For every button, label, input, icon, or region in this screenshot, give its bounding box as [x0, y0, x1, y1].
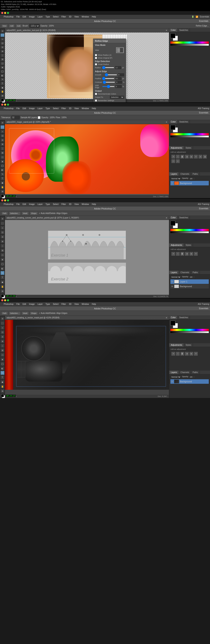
tool3-fill[interactable]: ◈: [0, 257, 4, 262]
tolerance-input[interactable]: [11, 116, 20, 120]
menu-photoshop[interactable]: Photoshop: [2, 15, 15, 19]
tab-layers-3[interactable]: Layers: [169, 271, 179, 274]
tool4-heal[interactable]: ⊕: [0, 339, 4, 343]
tool3-zoom[interactable]: ⊕: [0, 289, 4, 293]
layer-row-bg-4[interactable]: 👁 Background: [170, 379, 209, 384]
minimize-button-3[interactable]: [4, 200, 6, 202]
tab-channels-2[interactable]: Channels: [179, 172, 191, 176]
tool-clone[interactable]: ⊞: [0, 58, 4, 61]
tab-swatches-3[interactable]: Swatches: [178, 216, 190, 219]
layer-row-bg-2[interactable]: 👁 Background: [170, 181, 209, 186]
tool3-move[interactable]: ✛: [0, 217, 4, 221]
tool-lasso[interactable]: ⌾: [0, 38, 4, 41]
menu3-select[interactable]: Select: [52, 202, 60, 206]
tool3-dodge[interactable]: ◐: [0, 266, 4, 270]
curves-adj[interactable]: ⌇: [176, 154, 180, 159]
tool2-pen[interactable]: ✎: [0, 172, 4, 176]
tool3-blur[interactable]: ◯: [0, 262, 4, 266]
menu-edit[interactable]: Edit: [21, 15, 27, 19]
hue-adj-3[interactable]: ◑: [185, 252, 189, 256]
tool4-zoom[interactable]: ⊕: [0, 389, 4, 393]
minimize-button[interactable]: [4, 12, 6, 14]
tool4-blur[interactable]: ◯: [0, 362, 4, 366]
levels-adj-3[interactable]: ▊: [180, 252, 184, 256]
new-selection-btn[interactable]: New: [1, 24, 8, 28]
tab-swatches-1[interactable]: Swatches: [178, 28, 190, 32]
menu4-photoshop[interactable]: Photoshop: [2, 302, 15, 306]
tool2-lasso[interactable]: ⌾: [0, 130, 4, 134]
tool2-dodge[interactable]: ◐: [0, 168, 4, 172]
color-bar-3[interactable]: [170, 229, 209, 231]
menu3-photoshop[interactable]: Photoshop: [2, 202, 15, 206]
tool4-dodge[interactable]: ◐: [0, 366, 4, 370]
menu3-3d[interactable]: 3D: [68, 202, 73, 206]
tool-eraser[interactable]: ◻: [0, 62, 4, 65]
decontaminate-checkbox[interactable]: [95, 93, 97, 95]
color-bar-4[interactable]: [170, 329, 209, 331]
tool-eyedropper[interactable]: ⊘: [0, 46, 4, 49]
tool4-clone[interactable]: ⊞: [0, 348, 4, 352]
close-doc-btn-3[interactable]: ✕: [166, 217, 167, 219]
radius-slider[interactable]: [102, 67, 114, 68]
tool2-crop[interactable]: ⊡: [0, 134, 4, 138]
tool2-magic-wand[interactable]: ⬚: [0, 125, 4, 129]
menu3-edit[interactable]: Edit: [21, 202, 27, 206]
fg-swatch-2[interactable]: [170, 125, 175, 130]
tab-color-3[interactable]: Color: [169, 216, 178, 219]
menu2-layer[interactable]: Layer: [36, 106, 44, 110]
menu4-window[interactable]: Window: [80, 302, 90, 306]
fg-swatch-3[interactable]: [170, 221, 175, 226]
tool-quick-select[interactable]: ⬚: [0, 33, 4, 37]
close-button-3[interactable]: [1, 200, 3, 202]
tool4-move[interactable]: ✛: [0, 316, 4, 321]
blend-mode-4[interactable]: Normal: [170, 376, 181, 378]
menu3-file[interactable]: File: [15, 202, 21, 206]
photofilter-adj[interactable]: ⬡: [171, 159, 175, 163]
menu-window[interactable]: Window: [80, 15, 90, 19]
tab-layers-2[interactable]: Layers: [169, 172, 179, 176]
tool2-heal[interactable]: ⊕: [0, 142, 4, 146]
layer-opacity-4[interactable]: [190, 376, 196, 378]
path-mode-btn[interactable]: Path: [1, 212, 8, 215]
vibrance-adj[interactable]: ✦: [194, 154, 198, 159]
menu4-image[interactable]: Image: [28, 302, 36, 306]
blend-mode-select[interactable]: Normal: [170, 177, 181, 180]
tool4-shape[interactable]: ◆: [0, 380, 4, 384]
blend-mode-3[interactable]: Normal: [170, 276, 181, 278]
make-mask-btn-4[interactable]: Mask: [21, 312, 29, 315]
menu2-filter[interactable]: Filter: [60, 106, 67, 110]
tool2-move[interactable]: ✛: [0, 121, 4, 125]
tab-swatches-4[interactable]: Swatches: [178, 316, 190, 319]
menu2-help[interactable]: Help: [91, 106, 98, 110]
close-button-2[interactable]: [1, 104, 3, 106]
close-doc-btn[interactable]: ✕: [166, 30, 167, 32]
layer-opacity-input[interactable]: [190, 177, 196, 180]
saturation-adj-3[interactable]: ◐: [189, 252, 193, 256]
layer-visibility-2[interactable]: 👁: [171, 182, 173, 184]
menu4-file[interactable]: File: [15, 302, 21, 306]
tab-styles-4[interactable]: Styles: [184, 343, 193, 347]
make-shape-btn-4[interactable]: Shape: [30, 312, 38, 315]
shift-edge-value[interactable]: [115, 85, 122, 88]
tool3-pen[interactable]: ✎: [0, 271, 4, 275]
close-button-4[interactable]: [1, 299, 3, 301]
hue-adj-4[interactable]: ◑: [185, 352, 189, 356]
menu-help[interactable]: Help: [91, 15, 98, 19]
tab-adjustments-4[interactable]: Adjustments: [169, 343, 184, 347]
make-shape-btn[interactable]: Shape: [30, 212, 38, 215]
tab-channels-3[interactable]: Channels: [179, 271, 191, 274]
feather-slider[interactable]: [102, 78, 114, 79]
tab-styles-2[interactable]: Styles: [184, 146, 193, 150]
brightness-bar-2[interactable]: [170, 136, 209, 137]
saturation-adj-4[interactable]: ◐: [189, 352, 193, 356]
contrast-value[interactable]: [116, 81, 122, 84]
brush-size-select[interactable]: 110 px: [29, 24, 40, 28]
tool4-brush[interactable]: ⌶: [0, 344, 4, 348]
layer-vis-bg-3[interactable]: 👁: [171, 285, 173, 288]
curves-adj-4[interactable]: ⌇: [176, 352, 180, 356]
brightness-adj[interactable]: ☀: [171, 154, 175, 159]
flowers-canvas[interactable]: [5, 124, 169, 194]
tool2-eyedropper[interactable]: ⊘: [0, 138, 4, 142]
tool-fill[interactable]: ◈: [0, 66, 4, 69]
tool2-hand[interactable]: ✋: [0, 185, 4, 189]
